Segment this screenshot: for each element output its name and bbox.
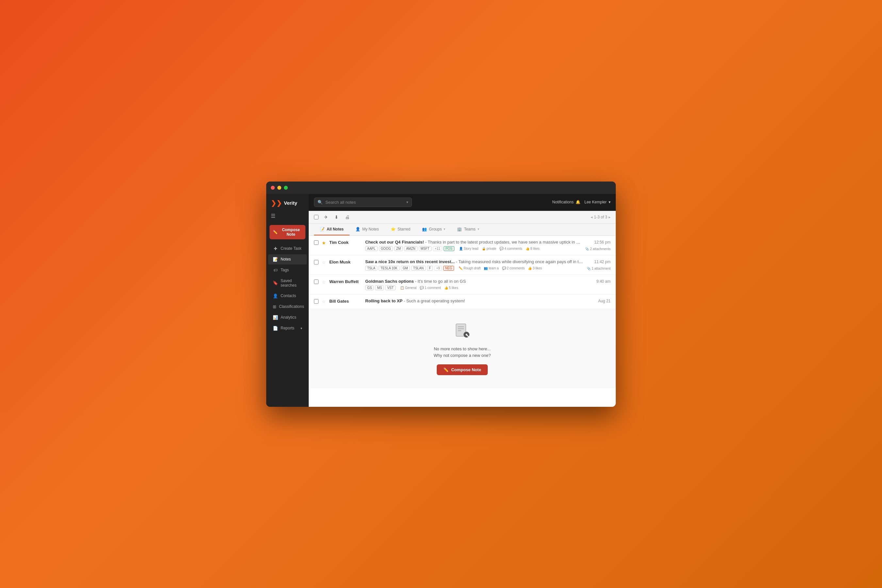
note-preview: - Such a great operating system! — [404, 298, 465, 303]
analytics-label: Analytics — [281, 315, 296, 320]
meta-rough-draft: ✏️ Rough draft — [459, 266, 481, 270]
highlight-tag: NEG — [443, 266, 454, 271]
sidebar-item-saved-searches[interactable]: 🔖 Saved searches — [268, 276, 307, 290]
star-icon[interactable]: ☆ — [322, 279, 326, 285]
tag: F — [427, 266, 433, 271]
note-author: Tim Cook — [329, 240, 362, 245]
create-task-icon: ✚ — [273, 246, 278, 251]
star-icon[interactable]: ★ — [322, 240, 326, 246]
note-time: Aug 21 — [598, 299, 610, 303]
sidebar-item-contacts[interactable]: 👤 Contacts — [268, 291, 307, 301]
note-checkbox[interactable] — [314, 260, 319, 264]
note-preview: - It's time to go all in on GS — [415, 279, 466, 284]
starred-tab-label: Starred — [398, 227, 410, 231]
minimize-button[interactable] — [277, 186, 281, 190]
select-all-checkbox[interactable] — [314, 215, 319, 219]
tab-teams[interactable]: 🏢 Teams ▾ — [451, 224, 485, 236]
note-tags: TSLA TESLA 10K GM TSLAN F +9 NEG — [365, 266, 454, 271]
meta-comments: 💬 2 comments — [502, 266, 524, 270]
note-meta: ✏️ Rough draft 👥 team a 💬 2 comments 👍 3… — [459, 266, 542, 270]
send-icon[interactable]: ✈ — [323, 213, 329, 221]
tag: GS — [365, 285, 374, 290]
table-row[interactable]: ☆ Elon Musk Saw a nice 10x return on thi… — [309, 255, 616, 275]
note-title-line: Goldman Sachs options - It's time to go … — [365, 279, 593, 284]
titlebar — [266, 182, 616, 194]
tab-my-notes[interactable]: 👤 My Notes — [350, 224, 385, 236]
notifications-button[interactable]: Notifications 🔔 — [552, 200, 580, 204]
sidebar-item-notes[interactable]: 📝 Notes — [268, 254, 307, 264]
meta-team: 👥 team a — [484, 266, 499, 270]
compose-note-button[interactable]: ✏️ Compose Note — [269, 225, 305, 239]
search-input[interactable] — [325, 200, 404, 205]
right-panel: 🔍 ▾ Notifications 🔔 Lee Kempler ▾ — [309, 194, 616, 407]
note-author: Elon Musk — [329, 260, 362, 264]
tab-starred[interactable]: ⭐ Starred — [385, 224, 416, 236]
note-tags-meta-row: GS MS VST 📋 General 💬 1 comment 👍 5 like… — [365, 285, 593, 290]
tag: GM — [401, 266, 410, 271]
sidebar-item-create-task[interactable]: ✚ Create Task — [268, 243, 307, 254]
classifications-label: Classifications — [279, 304, 304, 309]
content-toolbar: ✈ ⬇ 🖨 ◂ 1-3 of 3 ▸ — [309, 211, 616, 224]
empty-compose-label: Compose Note — [451, 367, 481, 372]
pagination-prev-icon[interactable]: ◂ — [591, 215, 593, 219]
saved-searches-label: Saved searches — [281, 279, 302, 288]
note-tags: GS MS VST — [365, 285, 395, 290]
sidebar-item-analytics[interactable]: 📊 Analytics — [268, 312, 307, 322]
note-tags-meta-row: AAPL GOOG ZM AMZN MSFT +11 POS 👤 Story — [365, 246, 582, 251]
tab-groups[interactable]: 👥 Groups ▾ — [416, 224, 451, 236]
print-icon[interactable]: 🖨 — [344, 213, 350, 221]
note-checkbox[interactable] — [314, 240, 319, 245]
download-icon[interactable]: ⬇ — [334, 213, 340, 221]
logo-text: Verity — [284, 200, 297, 206]
tag: ZM — [394, 246, 403, 251]
sidebar-item-tags[interactable]: 🏷 Tags — [268, 265, 307, 275]
search-dropdown-icon[interactable]: ▾ — [406, 200, 408, 204]
compose-note-icon: ✏️ — [273, 230, 278, 234]
close-button[interactable] — [271, 186, 275, 190]
notifications-label: Notifications — [552, 200, 574, 204]
meta-comments: 💬 4 comments — [499, 247, 522, 250]
sidebar-item-classifications[interactable]: ⊞ Classifications — [268, 302, 307, 312]
sidebar-toggle[interactable]: ☰ — [266, 212, 309, 220]
search-box[interactable]: 🔍 ▾ — [314, 198, 412, 207]
notification-dot: 🔔 — [575, 200, 580, 204]
table-row[interactable]: ☆ Warren Buffett Goldman Sachs options -… — [309, 275, 616, 294]
notes-label: Notes — [281, 257, 291, 261]
note-right: 12:56 pm 📎 2 attachments — [585, 240, 610, 251]
star-icon[interactable]: ☆ — [322, 299, 326, 304]
note-title: Goldman Sachs options — [365, 279, 414, 284]
all-notes-tab-label: All Notes — [327, 227, 344, 231]
note-author: Bill Gates — [329, 299, 362, 304]
note-checkbox[interactable] — [314, 299, 319, 304]
notes-icon: 📝 — [273, 257, 278, 262]
star-icon[interactable]: ☆ — [322, 260, 326, 265]
maximize-button[interactable] — [284, 186, 288, 190]
my-notes-tab-label: My Notes — [362, 227, 379, 231]
empty-compose-button[interactable]: ✏️ Compose Note — [437, 364, 488, 375]
user-dropdown-icon: ▾ — [609, 200, 610, 204]
empty-state-icon — [454, 322, 470, 342]
note-preview: - Taking measured risks while diversifyi… — [456, 259, 583, 264]
tag: TSLAN — [411, 266, 426, 271]
empty-state-message: No more notes to show here...Why not com… — [434, 346, 491, 360]
reports-arrow-icon: ▾ — [301, 327, 302, 330]
sidebar-item-reports[interactable]: 📄 Reports ▾ — [268, 323, 307, 333]
note-right: 11:42 pm 📎 1 attachment — [587, 259, 610, 270]
notes-list: ★ Tim Cook Check out our Q4 Financials! … — [309, 236, 616, 407]
pagination: ◂ 1-3 of 3 ▸ — [591, 215, 610, 219]
teams-tab-icon: 🏢 — [457, 227, 462, 231]
my-notes-tab-icon: 👤 — [355, 227, 360, 231]
tag-more: +11 — [433, 246, 442, 251]
pagination-next-icon[interactable]: ▸ — [609, 215, 610, 219]
note-preview: - Thanks in part to the latest product u… — [425, 240, 582, 244]
note-meta: 📋 General 💬 1 comment 👍 5 likes — [400, 286, 458, 290]
topbar: 🔍 ▾ Notifications 🔔 Lee Kempler ▾ — [309, 194, 616, 211]
note-body: Rolling back to XP - Such a great operat… — [365, 298, 595, 305]
tab-all-notes[interactable]: 📝 All Notes — [314, 224, 350, 236]
table-row[interactable]: ★ Tim Cook Check out our Q4 Financials! … — [309, 236, 616, 255]
user-menu-button[interactable]: Lee Kempler ▾ — [584, 200, 610, 204]
note-checkbox[interactable] — [314, 279, 319, 284]
note-right: Aug 21 — [598, 298, 610, 303]
table-row[interactable]: ☆ Bill Gates Rolling back to XP - Such a… — [309, 294, 616, 309]
note-tags-meta-row: TSLA TESLA 10K GM TSLAN F +9 NEG ✏️ Roug — [365, 266, 583, 271]
